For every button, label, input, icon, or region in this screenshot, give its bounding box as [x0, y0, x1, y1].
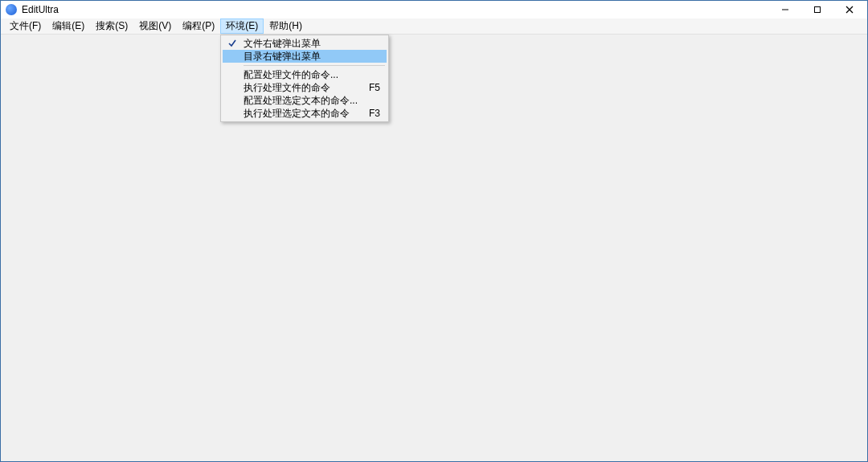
menu-label: 编辑(E): [52, 19, 84, 33]
popup-item-label: 配置处理文件的命令...: [244, 68, 338, 82]
popup-item-label: 配置处理选定文本的命令...: [244, 94, 358, 108]
menu-label: 文件(F): [10, 19, 41, 33]
popup-item-label: 目录右键弹出菜单: [244, 50, 321, 63]
menu-view[interactable]: 视图(V): [133, 18, 177, 34]
titlebar: EditUltra: [1, 1, 867, 18]
client-area: [1, 35, 867, 461]
check-icon: [227, 39, 237, 48]
popup-item-label: 执行处理选定文本的命令: [244, 107, 350, 121]
close-button[interactable]: [833, 1, 866, 18]
app-icon: [6, 4, 17, 15]
menu-label: 视图(V): [139, 19, 171, 33]
menu-label: 帮助(H): [269, 19, 302, 33]
window-controls: [769, 1, 866, 18]
popup-item-config-selection-command[interactable]: 配置处理选定文本的命令...: [223, 94, 387, 107]
menu-label: 环境(E): [226, 19, 258, 33]
popup-separator: [244, 65, 385, 66]
menu-help[interactable]: 帮助(H): [264, 18, 308, 34]
menu-program[interactable]: 编程(P): [177, 18, 220, 34]
popup-item-run-file-command[interactable]: 执行处理文件的命令 F5: [223, 81, 387, 94]
minimize-button[interactable]: [769, 1, 801, 18]
menu-label: 编程(P): [182, 19, 215, 33]
popup-item-shortcut: F5: [350, 82, 380, 93]
maximize-button[interactable]: [801, 1, 833, 18]
window-title: EditUltra: [22, 4, 769, 15]
menubar: 文件(F) 编辑(E) 搜索(S) 视图(V) 编程(P) 环境(E) 帮助(H…: [1, 18, 867, 35]
popup-item-shortcut: F3: [350, 108, 380, 119]
popup-item-dir-context-menu[interactable]: 目录右键弹出菜单: [223, 50, 387, 63]
menu-search[interactable]: 搜索(S): [90, 18, 133, 34]
popup-item-file-context-menu[interactable]: 文件右键弹出菜单: [223, 37, 387, 50]
menu-environment[interactable]: 环境(E): [220, 18, 264, 34]
menu-label: 搜索(S): [96, 19, 128, 33]
popup-item-label: 文件右键弹出菜单: [244, 37, 321, 51]
menu-file[interactable]: 文件(F): [4, 18, 47, 34]
svg-rect-1: [815, 7, 821, 13]
environment-popup: 文件右键弹出菜单 目录右键弹出菜单 配置处理文件的命令... 执行处理文件的命令…: [220, 35, 389, 122]
menu-edit[interactable]: 编辑(E): [47, 18, 90, 34]
popup-item-config-file-command[interactable]: 配置处理文件的命令...: [223, 68, 387, 81]
popup-item-label: 执行处理文件的命令: [244, 81, 330, 95]
popup-item-run-selection-command[interactable]: 执行处理选定文本的命令 F3: [223, 107, 387, 120]
